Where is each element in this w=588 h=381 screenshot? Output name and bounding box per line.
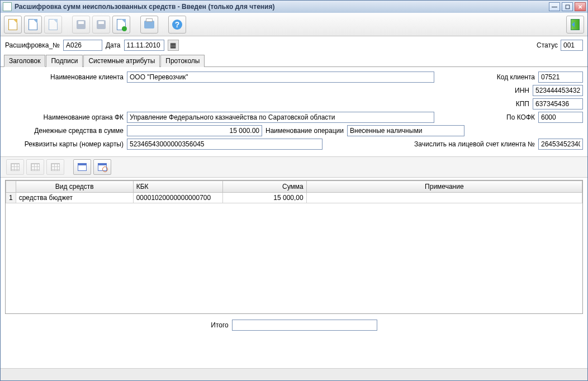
app-icon — [3, 2, 12, 11]
inn-field[interactable] — [533, 85, 583, 96]
card-label: Реквизиты карты (номер карты) — [5, 140, 124, 148]
grid-btn-1 — [6, 159, 24, 175]
cell-rownum: 1 — [6, 193, 16, 203]
data-grid[interactable]: Вид средств КБК Сумма Примечание 1 средс… — [5, 180, 583, 314]
credit-field[interactable] — [538, 139, 583, 150]
help-button[interactable]: ? — [168, 16, 186, 34]
doc-number-label: Расшифровка_№ — [5, 41, 60, 49]
statusbar — [1, 368, 587, 380]
inn-label: ИНН — [515, 87, 529, 94]
cell-sum[interactable]: 15 000,00 — [222, 193, 306, 203]
print-icon — [144, 21, 154, 28]
save-as-icon — [97, 20, 106, 29]
date-picker-button[interactable]: ▦ — [168, 40, 179, 51]
calendar-button[interactable] — [73, 159, 91, 175]
grid-icon — [51, 163, 60, 171]
tab-system-attrs[interactable]: Системные атрибуты — [83, 55, 160, 67]
card-field[interactable] — [127, 139, 323, 150]
date-field[interactable] — [124, 40, 164, 51]
new-doc-icon — [8, 19, 17, 30]
grid-btn-3 — [46, 159, 64, 175]
grid-toolbar — [1, 156, 587, 178]
client-code-label: Код клиента — [497, 73, 535, 81]
total-field[interactable] — [232, 320, 377, 331]
cell-kbk[interactable]: 00001020000000000700 — [133, 193, 222, 203]
kofk-label: По КОФК — [506, 113, 535, 121]
app-window: Расшифровка сумм неиспользованных средст… — [0, 0, 588, 381]
kpp-field[interactable] — [533, 98, 583, 109]
col-note[interactable]: Примечание — [306, 181, 582, 193]
cell-note[interactable] — [306, 193, 582, 203]
status-field[interactable] — [561, 40, 583, 51]
doc-button-3 — [44, 16, 62, 34]
titlebar: Расшифровка сумм неиспользованных средст… — [1, 1, 587, 13]
help-icon: ? — [172, 20, 182, 30]
close-button[interactable]: ✕ — [575, 2, 586, 11]
tab-signatures[interactable]: Подписи — [46, 55, 83, 67]
kofk-field[interactable] — [538, 112, 583, 123]
cell-type[interactable]: средства бюджет — [16, 193, 133, 203]
exit-button[interactable] — [566, 16, 584, 34]
col-type[interactable]: Вид средств — [16, 181, 133, 193]
copy-doc-icon — [29, 19, 37, 30]
total-label: Итого — [211, 321, 228, 329]
doc-number-field[interactable] — [63, 40, 102, 51]
minimize-button[interactable]: — — [549, 2, 560, 11]
money-field[interactable] — [127, 125, 262, 136]
doc-icon — [49, 19, 58, 30]
col-kbk[interactable]: КБК — [133, 181, 222, 193]
status-label: Статус — [537, 41, 558, 49]
client-name-field[interactable] — [127, 72, 434, 83]
exit-icon — [571, 19, 580, 30]
tab-protocols-label: Протоколы — [165, 57, 200, 65]
organ-field[interactable] — [127, 112, 434, 123]
window-title: Расшифровка сумм неиспользованных средст… — [15, 3, 274, 11]
print-button[interactable] — [140, 16, 158, 34]
grid-btn-2 — [26, 159, 44, 175]
grid-icon — [11, 163, 20, 171]
table-header-row: Вид средств КБК Сумма Примечание — [6, 181, 582, 193]
total-row: Итого — [1, 316, 587, 337]
oper-name-field[interactable] — [347, 125, 464, 136]
save-button — [72, 16, 90, 34]
copy-doc-button[interactable] — [24, 16, 42, 34]
new-doc-button[interactable] — [4, 16, 22, 34]
oper-name-label: Наименование операции — [265, 127, 344, 135]
save-confirm-button[interactable] — [112, 16, 130, 34]
main-toolbar: ? — [1, 13, 587, 36]
date-label: Дата — [106, 41, 121, 49]
grid-icon — [31, 163, 40, 171]
maximize-button[interactable]: ☐ — [562, 2, 573, 11]
col-rownum — [6, 181, 16, 193]
calendar-search-icon — [98, 163, 107, 171]
tabs: Заголовок Подписи Системные атрибуты Про… — [1, 54, 587, 67]
calendar-search-button[interactable] — [93, 159, 111, 175]
organ-label: Наименование органа ФК — [5, 113, 124, 121]
client-code-field[interactable] — [538, 72, 583, 83]
tab-system-attrs-label: Системные атрибуты — [88, 57, 155, 65]
tab-protocols[interactable]: Протоколы — [160, 55, 205, 67]
save-icon — [77, 20, 86, 29]
page-check-icon — [117, 19, 126, 30]
col-sum[interactable]: Сумма — [222, 181, 306, 193]
money-label: Денежные средства в сумме — [5, 127, 124, 135]
calendar-icon — [78, 163, 87, 171]
tab-header[interactable]: Заголовок — [4, 55, 45, 67]
credit-label: Зачислить на лицевой счет клиента № — [414, 140, 535, 148]
save-as-button — [92, 16, 110, 34]
kpp-label: КПП — [516, 100, 529, 108]
table-row[interactable]: 1 средства бюджет 00001020000000000700 1… — [6, 193, 582, 203]
tab-header-label: Заголовок — [9, 57, 40, 65]
form-area: Наименование клиента Код клиента ИНН КПП — [1, 67, 587, 156]
client-name-label: Наименование клиента — [5, 73, 124, 81]
tab-signatures-label: Подписи — [51, 57, 78, 65]
header-row: Расшифровка_№ Дата ▦ Статус — [1, 36, 587, 54]
